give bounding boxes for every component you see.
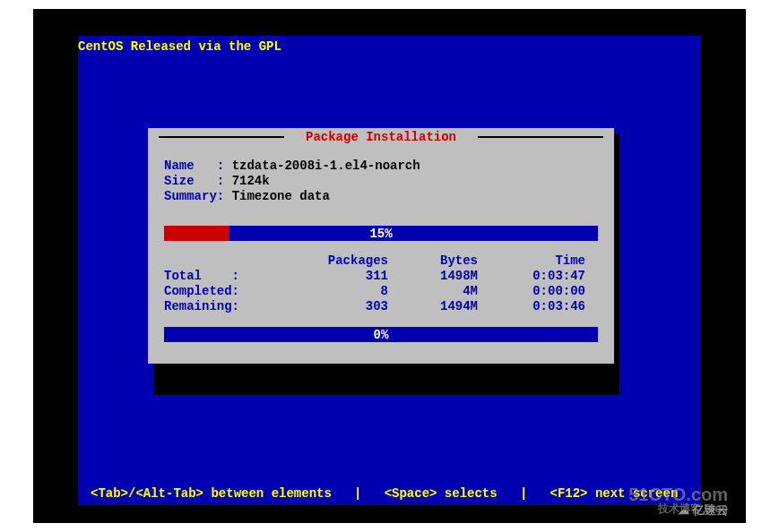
package-info: Name : tzdata-2008i-1.el4-noarch Size : … (164, 159, 598, 204)
dialog-title-row: Package Installation (148, 128, 614, 146)
summary-value: Timezone data (232, 189, 330, 204)
completed-bytes: 4M (388, 284, 478, 299)
stats-h-time: Time (478, 253, 585, 269)
package-install-dialog: Package Installation Name : tzdata-2008i… (148, 128, 614, 364)
size-label: Size : (164, 174, 232, 189)
overall-progress-text: 0% (164, 327, 598, 342)
total-bytes: 1498M (388, 269, 478, 284)
watermark-main: 51CTO.com (628, 485, 728, 503)
package-progress-text: 15% (164, 226, 598, 241)
header-title: CentOS Released via the GPL (78, 36, 701, 54)
installer-screen: CentOS Released via the GPL Package Inst… (78, 36, 701, 505)
name-value: tzdata-2008i-1.el4-noarch (232, 159, 420, 174)
stats-h-bytes: Bytes (388, 253, 478, 269)
package-progress-bar: 15% (164, 226, 598, 241)
name-label: Name : (164, 159, 232, 174)
total-label: Total : (164, 269, 281, 284)
remaining-time: 0:03:46 (478, 299, 585, 314)
footer-hints: <Tab>/<Alt-Tab> between elements | <Spac… (91, 486, 678, 501)
completed-packages: 8 (281, 284, 388, 299)
stats-row-remaining: Remaining: 303 1494M 0:03:46 (164, 299, 598, 314)
dialog-content: Name : tzdata-2008i-1.el4-noarch Size : … (148, 146, 614, 364)
stats-h-blank (164, 253, 281, 269)
stats-table: Packages Bytes Time Total : 311 1498M 0:… (164, 253, 598, 314)
completed-label: Completed: (164, 284, 281, 299)
remaining-bytes: 1494M (388, 299, 478, 314)
stats-h-packages: Packages (281, 253, 388, 269)
size-value: 7124k (232, 174, 270, 189)
dialog-title: Package Installation (300, 130, 462, 144)
total-packages: 311 (281, 269, 388, 284)
total-time: 0:03:47 (478, 269, 585, 284)
stats-row-total: Total : 311 1498M 0:03:47 (164, 269, 598, 284)
stats-row-completed: Completed: 8 4M 0:00:00 (164, 284, 598, 299)
remaining-packages: 303 (281, 299, 388, 314)
stats-header: Packages Bytes Time (164, 253, 598, 269)
overall-progress-bar: 0% (164, 327, 598, 342)
console-frame: CentOS Released via the GPL Package Inst… (33, 9, 746, 523)
summary-label: Summary: (164, 189, 232, 204)
watermark2: ☁ 亿速云 (678, 502, 728, 519)
completed-time: 0:00:00 (478, 284, 585, 299)
remaining-label: Remaining: (164, 299, 281, 314)
